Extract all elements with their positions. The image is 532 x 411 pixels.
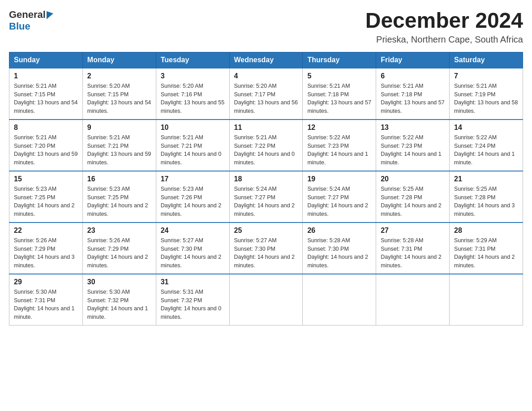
day-info: Sunrise: 5:21 AMSunset: 7:18 PMDaylight:… <box>307 83 371 114</box>
calendar-cell: 29 Sunrise: 5:30 AMSunset: 7:31 PMDaylig… <box>9 274 83 325</box>
day-info: Sunrise: 5:22 AMSunset: 7:23 PMDaylight:… <box>381 134 442 166</box>
day-number: 30 <box>87 278 151 286</box>
day-info: Sunrise: 5:20 AMSunset: 7:17 PMDaylight:… <box>234 83 298 114</box>
day-number: 29 <box>14 278 78 286</box>
calendar-cell: 22 Sunrise: 5:26 AMSunset: 7:29 PMDaylig… <box>9 223 83 274</box>
calendar-cell: 21 Sunrise: 5:25 AMSunset: 7:28 PMDaylig… <box>450 171 523 223</box>
day-info: Sunrise: 5:28 AMSunset: 7:31 PMDaylight:… <box>381 237 442 269</box>
day-number: 17 <box>161 175 225 183</box>
calendar-cell: 31 Sunrise: 5:31 AMSunset: 7:32 PMDaylig… <box>156 274 229 325</box>
day-number: 2 <box>87 72 151 80</box>
day-number: 5 <box>307 72 371 80</box>
day-info: Sunrise: 5:27 AMSunset: 7:30 PMDaylight:… <box>161 237 222 269</box>
calendar-cell: 28 Sunrise: 5:29 AMSunset: 7:31 PMDaylig… <box>450 223 523 274</box>
day-number: 23 <box>87 227 151 235</box>
day-info: Sunrise: 5:22 AMSunset: 7:23 PMDaylight:… <box>307 134 368 166</box>
day-info: Sunrise: 5:24 AMSunset: 7:27 PMDaylight:… <box>234 186 295 217</box>
week-row-2: 8 Sunrise: 5:21 AMSunset: 7:20 PMDayligh… <box>9 120 523 171</box>
calendar-title: December 2024 <box>365 9 523 33</box>
calendar-cell: 17 Sunrise: 5:23 AMSunset: 7:26 PMDaylig… <box>156 171 229 223</box>
title-section: December 2024 Prieska, Northern Cape, So… <box>365 9 523 45</box>
calendar-cell: 2 Sunrise: 5:20 AMSunset: 7:15 PMDayligh… <box>82 68 156 120</box>
day-info: Sunrise: 5:21 AMSunset: 7:19 PMDaylight:… <box>454 83 518 114</box>
day-number: 15 <box>14 175 78 183</box>
calendar-cell: 3 Sunrise: 5:20 AMSunset: 7:16 PMDayligh… <box>156 68 229 120</box>
day-info: Sunrise: 5:23 AMSunset: 7:25 PMDaylight:… <box>14 186 75 217</box>
day-info: Sunrise: 5:21 AMSunset: 7:22 PMDaylight:… <box>234 134 295 166</box>
logo-text-general: General <box>9 9 46 21</box>
day-number: 25 <box>234 227 298 235</box>
day-info: Sunrise: 5:30 AMSunset: 7:31 PMDaylight:… <box>14 289 75 320</box>
calendar-cell <box>450 274 523 325</box>
day-number: 22 <box>14 227 78 235</box>
weekday-header-thursday: Thursday <box>303 52 376 68</box>
day-number: 4 <box>234 72 298 80</box>
day-info: Sunrise: 5:31 AMSunset: 7:32 PMDaylight:… <box>161 289 222 320</box>
calendar-cell: 15 Sunrise: 5:23 AMSunset: 7:25 PMDaylig… <box>9 171 83 223</box>
week-row-3: 15 Sunrise: 5:23 AMSunset: 7:25 PMDaylig… <box>9 171 523 223</box>
calendar-cell: 16 Sunrise: 5:23 AMSunset: 7:25 PMDaylig… <box>82 171 156 223</box>
calendar-cell: 10 Sunrise: 5:21 AMSunset: 7:21 PMDaylig… <box>156 120 229 171</box>
day-number: 28 <box>454 227 518 235</box>
logo-text-blue: Blue <box>9 21 30 32</box>
day-info: Sunrise: 5:21 AMSunset: 7:20 PMDaylight:… <box>14 134 77 166</box>
page-header: General Blue December 2024 Prieska, Nort… <box>9 9 523 45</box>
day-info: Sunrise: 5:27 AMSunset: 7:30 PMDaylight:… <box>234 237 295 269</box>
logo-arrow-icon <box>47 9 53 19</box>
day-number: 10 <box>161 124 225 132</box>
day-number: 24 <box>161 227 225 235</box>
calendar-cell: 8 Sunrise: 5:21 AMSunset: 7:20 PMDayligh… <box>9 120 83 171</box>
day-number: 21 <box>454 175 518 183</box>
day-info: Sunrise: 5:21 AMSunset: 7:21 PMDaylight:… <box>161 134 222 166</box>
calendar-cell: 4 Sunrise: 5:20 AMSunset: 7:17 PMDayligh… <box>229 68 303 120</box>
day-info: Sunrise: 5:21 AMSunset: 7:18 PMDaylight:… <box>381 83 444 114</box>
calendar-cell: 9 Sunrise: 5:21 AMSunset: 7:21 PMDayligh… <box>82 120 156 171</box>
day-number: 13 <box>381 124 445 132</box>
day-info: Sunrise: 5:20 AMSunset: 7:16 PMDaylight:… <box>161 83 224 114</box>
day-info: Sunrise: 5:21 AMSunset: 7:15 PMDaylight:… <box>14 83 77 114</box>
week-row-1: 1 Sunrise: 5:21 AMSunset: 7:15 PMDayligh… <box>9 68 523 120</box>
calendar-cell: 1 Sunrise: 5:21 AMSunset: 7:15 PMDayligh… <box>9 68 83 120</box>
weekday-header-tuesday: Tuesday <box>156 52 229 68</box>
calendar-cell <box>303 274 376 325</box>
calendar-cell: 13 Sunrise: 5:22 AMSunset: 7:23 PMDaylig… <box>376 120 450 171</box>
day-info: Sunrise: 5:28 AMSunset: 7:30 PMDaylight:… <box>307 237 368 269</box>
calendar-cell: 6 Sunrise: 5:21 AMSunset: 7:18 PMDayligh… <box>376 68 450 120</box>
day-info: Sunrise: 5:21 AMSunset: 7:21 PMDaylight:… <box>87 134 151 166</box>
day-number: 12 <box>307 124 371 132</box>
day-number: 6 <box>381 72 445 80</box>
week-row-5: 29 Sunrise: 5:30 AMSunset: 7:31 PMDaylig… <box>9 274 523 325</box>
day-info: Sunrise: 5:26 AMSunset: 7:29 PMDaylight:… <box>14 237 75 269</box>
calendar-cell <box>229 274 303 325</box>
calendar-cell: 25 Sunrise: 5:27 AMSunset: 7:30 PMDaylig… <box>229 223 303 274</box>
day-number: 3 <box>161 72 225 80</box>
calendar-cell: 7 Sunrise: 5:21 AMSunset: 7:19 PMDayligh… <box>450 68 523 120</box>
weekday-header-wednesday: Wednesday <box>229 52 303 68</box>
week-row-4: 22 Sunrise: 5:26 AMSunset: 7:29 PMDaylig… <box>9 223 523 274</box>
day-info: Sunrise: 5:29 AMSunset: 7:31 PMDaylight:… <box>454 237 515 269</box>
calendar-cell: 18 Sunrise: 5:24 AMSunset: 7:27 PMDaylig… <box>229 171 303 223</box>
calendar-cell: 19 Sunrise: 5:24 AMSunset: 7:27 PMDaylig… <box>303 171 376 223</box>
day-info: Sunrise: 5:22 AMSunset: 7:24 PMDaylight:… <box>454 134 515 166</box>
logo: General Blue <box>9 9 53 32</box>
day-info: Sunrise: 5:30 AMSunset: 7:32 PMDaylight:… <box>87 289 148 320</box>
day-info: Sunrise: 5:25 AMSunset: 7:28 PMDaylight:… <box>454 186 515 217</box>
calendar-cell: 5 Sunrise: 5:21 AMSunset: 7:18 PMDayligh… <box>303 68 376 120</box>
day-info: Sunrise: 5:26 AMSunset: 7:29 PMDaylight:… <box>87 237 148 269</box>
day-number: 7 <box>454 72 518 80</box>
day-info: Sunrise: 5:24 AMSunset: 7:27 PMDaylight:… <box>307 186 368 217</box>
calendar-cell <box>376 274 450 325</box>
day-number: 8 <box>14 124 78 132</box>
weekday-header-monday: Monday <box>82 52 156 68</box>
calendar-table: SundayMondayTuesdayWednesdayThursdayFrid… <box>9 52 523 325</box>
weekday-header-saturday: Saturday <box>450 52 523 68</box>
day-info: Sunrise: 5:23 AMSunset: 7:25 PMDaylight:… <box>87 186 148 217</box>
day-number: 18 <box>234 175 298 183</box>
day-number: 16 <box>87 175 151 183</box>
day-number: 27 <box>381 227 445 235</box>
day-number: 31 <box>161 278 225 286</box>
calendar-cell: 26 Sunrise: 5:28 AMSunset: 7:30 PMDaylig… <box>303 223 376 274</box>
calendar-cell: 23 Sunrise: 5:26 AMSunset: 7:29 PMDaylig… <box>82 223 156 274</box>
calendar-cell: 27 Sunrise: 5:28 AMSunset: 7:31 PMDaylig… <box>376 223 450 274</box>
calendar-cell: 12 Sunrise: 5:22 AMSunset: 7:23 PMDaylig… <box>303 120 376 171</box>
